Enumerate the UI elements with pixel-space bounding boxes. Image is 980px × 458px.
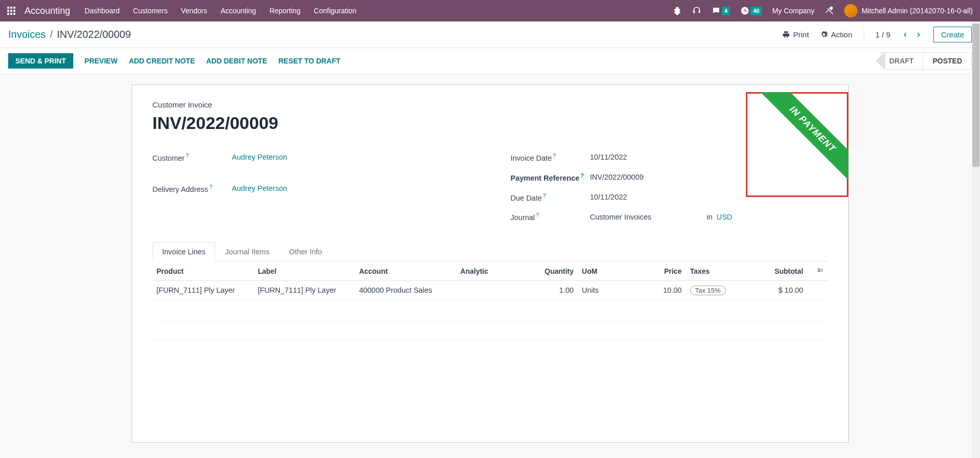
avatar [844, 4, 858, 17]
cell-price: 10.00 [632, 281, 685, 300]
print-label: Print [793, 30, 809, 39]
options-icon[interactable] [817, 267, 824, 274]
nav-dashboard[interactable]: Dashboard [85, 7, 120, 15]
scrollbar-thumb[interactable] [972, 24, 979, 167]
ribbon-container: IN PAYMENT [746, 92, 848, 194]
value-journal: Customer Invoices [590, 213, 652, 221]
nav-customers[interactable]: Customers [133, 7, 168, 15]
user-menu[interactable]: Mitchell Admin (20142070-16-0-all) [844, 4, 973, 17]
table-row[interactable]: [FURN_7111] Ply Layer [FURN_7111] Ply La… [153, 281, 828, 300]
company-selector[interactable]: My Company [772, 7, 814, 15]
app-name[interactable]: Accounting [25, 6, 70, 16]
print-icon [782, 31, 790, 38]
th-subtotal[interactable]: Subtotal [740, 261, 807, 281]
pager-text[interactable]: 1 / 9 [875, 30, 890, 39]
invoice-lines-table: Product Label Account Analytic Quantity … [153, 261, 828, 341]
nav-vendors[interactable]: Vendors [181, 7, 207, 15]
activities-badge: 40 [750, 7, 762, 15]
cell-analytic [456, 281, 524, 300]
th-quantity[interactable]: Quantity [524, 261, 577, 281]
breadcrumb-root[interactable]: Invoices [8, 29, 46, 40]
user-name: Mitchell Admin (20142070-16-0-all) [862, 7, 973, 15]
tab-invoice-lines[interactable]: Invoice Lines [153, 242, 216, 261]
activities-button[interactable]: 40 [740, 6, 762, 15]
cell-label: [FURN_7111] Ply Layer [254, 281, 355, 300]
pager-prev-icon[interactable] [902, 31, 909, 38]
tools-icon[interactable] [825, 6, 834, 15]
label-customer: Customer? [153, 152, 232, 162]
nav-menu: Dashboard Customers Vendors Accounting R… [85, 7, 357, 15]
cell-subtotal: $ 10.00 [740, 281, 807, 300]
th-analytic[interactable]: Analytic [456, 261, 524, 281]
nav-configuration[interactable]: Configuration [314, 7, 357, 15]
print-button[interactable]: Print [782, 30, 809, 39]
breadcrumb: Invoices / INV/2022/00009 [8, 29, 131, 40]
action-button[interactable]: Action [820, 30, 852, 39]
th-taxes[interactable]: Taxes [686, 261, 740, 281]
value-due-date: 10/11/2022 [590, 193, 628, 201]
help-icon[interactable]: ? [209, 184, 212, 190]
th-label[interactable]: Label [254, 261, 355, 281]
tab-journal-items[interactable]: Journal Items [215, 242, 279, 261]
pager-next-icon[interactable] [915, 31, 922, 38]
invoice-name: INV/2022/00009 [153, 113, 828, 133]
nav-accounting[interactable]: Accounting [221, 7, 256, 15]
messages-button[interactable]: 4 [712, 6, 730, 15]
status-draft[interactable]: DRAFT [880, 52, 923, 70]
value-customer[interactable]: Audrey Peterson [232, 153, 287, 161]
preview-button[interactable]: PREVIEW [85, 57, 118, 65]
support-icon[interactable] [692, 6, 701, 15]
help-icon[interactable]: ? [553, 152, 556, 159]
help-icon[interactable]: ? [543, 192, 546, 199]
th-uom[interactable]: UoM [578, 261, 632, 281]
messages-badge: 4 [722, 7, 730, 15]
cell-account: 400000 Product Sales [355, 281, 456, 300]
tab-other-info[interactable]: Other Info [279, 242, 331, 261]
breadcrumb-current: INV/2022/00009 [57, 29, 131, 40]
journal-in-label: in [707, 213, 713, 221]
th-price[interactable]: Price [632, 261, 685, 281]
scrollbar[interactable] [972, 21, 980, 458]
bug-icon[interactable] [673, 6, 682, 15]
value-payment-ref: INV/2022/00009 [590, 173, 644, 181]
action-label: Action [831, 30, 852, 39]
label-due-date: Due Date? [511, 192, 590, 202]
cell-uom: Units [578, 281, 632, 300]
apps-icon[interactable] [7, 7, 15, 15]
value-currency[interactable]: USD [717, 213, 733, 221]
reset-to-draft-button[interactable]: RESET TO DRAFT [279, 57, 341, 65]
value-delivery[interactable]: Audrey Peterson [232, 184, 287, 192]
sheet-background: IN PAYMENT Customer Invoice INV/2022/000… [0, 74, 980, 458]
tax-badge: Tax 15% [690, 286, 726, 295]
help-icon[interactable]: ? [185, 152, 189, 159]
th-product[interactable]: Product [153, 261, 254, 281]
add-credit-note-button[interactable]: ADD CREDIT NOTE [129, 57, 195, 65]
label-payment-ref: Payment Reference? [511, 172, 590, 182]
empty-row [153, 300, 828, 320]
label-invoice-date: Invoice Date? [511, 152, 590, 162]
nav-reporting[interactable]: Reporting [269, 7, 301, 15]
send-print-button[interactable]: SEND & PRINT [8, 53, 73, 69]
help-icon[interactable]: ? [536, 212, 539, 218]
add-debit-note-button[interactable]: ADD DEBIT NOTE [206, 57, 267, 65]
cell-taxes: Tax 15% [686, 281, 740, 300]
empty-row [153, 320, 828, 341]
payment-ribbon: IN PAYMENT [754, 92, 848, 187]
help-icon[interactable]: ? [580, 172, 584, 179]
cell-quantity: 1.00 [524, 281, 577, 300]
clock-icon [740, 6, 749, 15]
chat-icon [712, 6, 721, 15]
status-posted[interactable]: POSTED [923, 52, 972, 70]
th-account[interactable]: Account [355, 261, 456, 281]
label-journal: Journal? [511, 212, 590, 222]
create-button[interactable]: Create [933, 27, 972, 42]
tabs: Invoice Lines Journal Items Other Info [153, 242, 828, 261]
gear-icon [820, 31, 828, 38]
status-steps: DRAFT POSTED [880, 52, 972, 70]
form-sheet: IN PAYMENT Customer Invoice INV/2022/000… [132, 84, 849, 443]
top-navbar: Accounting Dashboard Customers Vendors A… [0, 0, 980, 21]
breadcrumb-separator: / [50, 29, 53, 40]
label-delivery: Delivery Address? [153, 184, 232, 193]
value-invoice-date: 10/11/2022 [590, 153, 628, 161]
cell-product: [FURN_7111] Ply Layer [153, 281, 254, 300]
